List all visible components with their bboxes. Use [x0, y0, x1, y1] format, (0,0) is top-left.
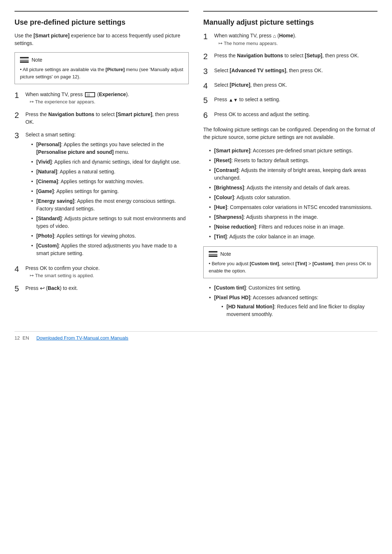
left-step-2: 2 Press the Navigation buttons to select…	[15, 111, 189, 126]
right-note-header: Note	[209, 250, 372, 258]
step-num-5: 5	[15, 284, 25, 294]
right-note-label: Note	[220, 250, 231, 258]
setting-standard: [Standard]: Adjusts picture settings to …	[31, 215, 189, 230]
step-num-4: 4	[15, 264, 25, 274]
setting-custom: [Custom]: Applies the stored adjustments…	[31, 242, 189, 257]
home-icon: ⌂	[273, 32, 276, 40]
pic-contrast: [Contrast]: Adjusts the intensity of bri…	[209, 167, 377, 182]
step-4-content: Press OK to confirm your choice. The sma…	[25, 264, 189, 279]
footer-link[interactable]: Downloaded From TV-Manual.com Manuals	[36, 335, 128, 341]
right-step-3-content: Select [Advanced TV settings], then pres…	[214, 67, 377, 74]
left-step-1: 1 When watching TV, press (Experience). …	[15, 91, 189, 106]
note-icon-left	[20, 57, 29, 63]
right-note-box: Note • Before you adjust [Custom tint], …	[203, 246, 377, 278]
footer: 12 EN Downloaded From TV-Manual.com Manu…	[15, 331, 377, 341]
right-step-4: 4 Select [Picture], then press OK.	[203, 81, 377, 91]
left-note-box: Note • All picture settings are availabl…	[15, 52, 189, 84]
right-note-content: • Before you adjust [Custom tint], selec…	[209, 260, 372, 274]
step-2-content: Press the Navigation buttons to select […	[25, 111, 189, 126]
right-step-2: 2 Press the Navigation buttons to select…	[203, 52, 377, 61]
pic-smart-picture: [Smart picture]: Accesses pre-defined sm…	[209, 147, 377, 155]
right-step-5-content: Press ▲▼ to select a setting.	[214, 96, 377, 103]
right-step-6-content: Press OK to access and adjust the settin…	[214, 111, 377, 118]
step-4-arrow: The smart setting is applied.	[25, 272, 189, 279]
right-step-num-3: 3	[203, 67, 214, 76]
left-step-4: 4 Press OK to confirm your choice. The s…	[15, 264, 189, 279]
left-intro: Use the [Smart picture] experience bar t…	[15, 32, 189, 47]
left-step-3: 3 Select a smart setting: [Personal]: Ap…	[15, 131, 189, 259]
pic-reset: [Reset]: Resets to factory default setti…	[209, 157, 377, 164]
experience-icon	[85, 92, 95, 97]
right-column: Manually adjust picture settings 1 When …	[203, 11, 377, 320]
step-3-content: Select a smart setting: [Personal]: Appl…	[25, 131, 189, 259]
page-container: Use pre-defined picture settings Use the…	[15, 11, 377, 320]
left-column: Use pre-defined picture settings Use the…	[15, 11, 189, 320]
right-step-4-content: Select [Picture], then press OK.	[214, 81, 377, 89]
right-step-1-arrow: The home menu appears.	[214, 40, 377, 47]
pixel-plus-sub-list: [HD Natural Motion]: Reduces field and l…	[214, 303, 377, 318]
right-section-title: Manually adjust picture settings	[203, 17, 377, 27]
right-step-5: 5 Press ▲▼ to select a setting.	[203, 96, 377, 105]
step-5-content: Press ↩ (Back) to exit.	[25, 284, 189, 293]
step-num-2: 2	[15, 111, 25, 120]
pic-pixel-plus: [Pixel Plus HD]: Accesses advanced setti…	[209, 294, 377, 318]
left-section-title: Use pre-defined picture settings	[15, 17, 189, 27]
lang-label: EN	[23, 335, 29, 341]
pic-colour: [Colour]: Adjusts color saturation.	[209, 194, 377, 201]
setting-energy: [Energy saving]: Applies the most energy…	[31, 197, 189, 213]
footer-page: 12 EN	[15, 335, 29, 341]
pic-hue: [Hue]: Compensates color variations in N…	[209, 204, 377, 211]
setting-cinema: [Cinema]: Applies settings for watching …	[31, 178, 189, 185]
smart-settings-list: [Personal]: Applies the settings you hav…	[25, 141, 189, 257]
setting-natural: [Natural]: Applies a natural setting.	[31, 168, 189, 176]
right-step-num-5: 5	[203, 96, 214, 105]
updown-icon: ▲▼	[229, 97, 238, 104]
extra-settings-list: [Custom tint]: Customizes tint setting. …	[203, 284, 377, 318]
step-num-1: 1	[15, 91, 25, 100]
right-step-2-content: Press the Navigation buttons to select […	[214, 52, 377, 59]
pic-custom-tint: [Custom tint]: Customizes tint setting.	[209, 284, 377, 292]
right-step-1-content: When watching TV, press ⌂ (Home). The ho…	[214, 32, 377, 47]
right-steps: 1 When watching TV, press ⌂ (Home). The …	[203, 32, 377, 120]
pic-brightness: [Brightness]: Adjusts the intensity and …	[209, 184, 377, 192]
left-steps: 1 When watching TV, press (Experience). …	[15, 91, 189, 294]
note-icon-right	[209, 251, 217, 258]
back-symbol: ↩	[40, 285, 45, 291]
left-note-header: Note	[20, 56, 183, 64]
smart-picture-ref: [Smart picture]	[32, 33, 69, 38]
right-step-num-4: 4	[203, 81, 214, 91]
pic-noise: [Noise reduction]: Filters and reduces n…	[209, 223, 377, 231]
pic-sharpness: [Sharpness]: Adjusts sharpness in the im…	[209, 213, 377, 221]
setting-photo: [Photo]: Applies settings for viewing ph…	[31, 232, 189, 240]
pic-hd-natural-motion: [HD Natural Motion]: Reduces field and l…	[221, 303, 377, 318]
right-step-1: 1 When watching TV, press ⌂ (Home). The …	[203, 32, 377, 47]
step-1-arrow: The experience bar appears.	[25, 98, 189, 106]
picture-settings-list: [Smart picture]: Accesses pre-defined sm…	[203, 147, 377, 241]
setting-personal: [Personal]: Applies the settings you hav…	[31, 141, 189, 156]
right-step-6: 6 Press OK to access and adjust the sett…	[203, 111, 377, 120]
step-num-3: 3	[15, 131, 25, 140]
pic-tint: [Tint]: Adjusts the color balance in an …	[209, 233, 377, 241]
left-note-content: • All picture settings are available via…	[20, 66, 183, 80]
left-step-5: 5 Press ↩ (Back) to exit.	[15, 284, 189, 294]
right-step-num-2: 2	[203, 52, 214, 61]
step-1-content: When watching TV, press (Experience). Th…	[25, 91, 189, 106]
right-middle-text: The following picture settings can be co…	[203, 126, 377, 141]
right-step-num-1: 1	[203, 32, 214, 41]
setting-vivid: [Vivid]: Applies rich and dynamic settin…	[31, 158, 189, 166]
right-step-num-6: 6	[203, 111, 214, 120]
left-note-label: Note	[32, 56, 42, 64]
setting-game: [Game]: Applies settings for gaming.	[31, 188, 189, 195]
right-step-3: 3 Select [Advanced TV settings], then pr…	[203, 67, 377, 76]
page-number: 12	[15, 335, 20, 341]
